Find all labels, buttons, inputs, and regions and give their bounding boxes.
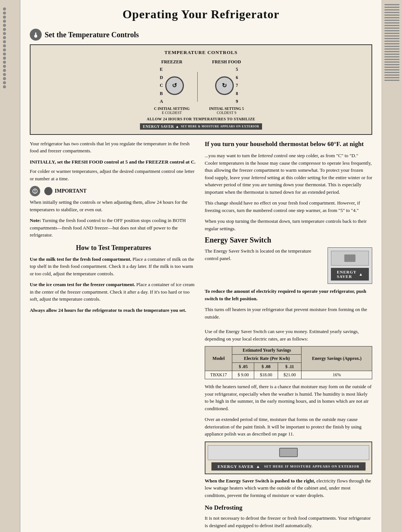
energy-saver-image-right: ENERGY SAVER ▲ SET HERE IF MOISTURE APPE… <box>205 441 372 474</box>
right-line <box>385 48 399 50</box>
table-v3: $21.00 <box>278 371 302 379</box>
table-row: TBXK17 $ 9.00 $18.00 $21.00 16% <box>205 371 372 379</box>
right-line <box>385 22 399 23</box>
right-line <box>385 59 399 60</box>
spine-dot <box>3 24 6 27</box>
if-you-turn-para1: ...you may want to turn the lettered con… <box>205 152 372 196</box>
spine-dot <box>3 81 6 84</box>
if-you-turn-para2: This change should have no effect on you… <box>205 199 372 214</box>
right-line <box>385 33 399 34</box>
how-to-test-title: How to Test Temperatures <box>30 244 197 252</box>
right-line <box>385 28 399 29</box>
freezer-label: FREEZER <box>161 59 182 65</box>
important-icon2 <box>44 187 52 195</box>
right-line <box>385 41 399 42</box>
reduce-electricity-bold: To reduce the amount of electricity requ… <box>205 288 366 301</box>
right-line <box>385 67 399 68</box>
energy-saver-bar-right[interactable]: ENERGY SAVER ▲ SET HERE IF MOISTURE APPE… <box>211 462 365 471</box>
right-line <box>385 38 399 39</box>
lettered-italic2: lettered <box>251 175 266 180</box>
energy-switch-bar[interactable]: ENERGY SAVER ▲ <box>331 268 369 281</box>
initially-bold: INITIALLY, set the FRESH FOOD control at… <box>30 158 197 166</box>
right-line <box>385 64 399 65</box>
right-line <box>385 30 399 31</box>
spine-dot <box>3 73 6 76</box>
important-section: IMPORTANT <box>30 186 197 196</box>
freezer-initial-label: C INITIAL SETTING <box>154 107 190 111</box>
spine-dot <box>3 44 6 47</box>
spine-binding <box>3 7 6 88</box>
table-pct: 16% <box>302 371 372 379</box>
always-allow-bold: Always allow 24 hours for the refrigerat… <box>30 307 186 313</box>
right-line <box>385 35 399 37</box>
spine-dot <box>3 12 6 15</box>
spine-dot <box>3 40 6 43</box>
heaters-off-text: This turns off heaters in your refrigera… <box>205 306 372 320</box>
spine-dot <box>3 77 6 80</box>
right-line <box>385 69 399 70</box>
intro-text: Your refrigerator has two controls that … <box>30 140 197 155</box>
spine-dot <box>3 57 6 60</box>
temp-controls-diagram: TEMPERATURE CONTROLS FREEZER EDCBA ↺ <box>30 44 372 135</box>
spine-dot <box>3 20 6 23</box>
table-model-header: Model <box>205 346 232 371</box>
left-spine <box>0 0 20 532</box>
energy-switch-section: The Energy Saver Switch is located on th… <box>205 247 372 284</box>
freezer-dial[interactable]: ↺ <box>165 76 184 95</box>
when-energy-bold: When the Energy Saver Switch is pushed t… <box>205 478 315 484</box>
svg-rect-4 <box>35 192 35 193</box>
right-line <box>385 9 399 10</box>
table-model-value: TBXK17 <box>205 371 232 379</box>
note-text: Note: Turning the fresh food control to … <box>30 217 197 239</box>
energy-bar-right-label: ENERGY SAVER <box>217 464 253 469</box>
ice-cream-test-text: Use the ice cream test for the freezer c… <box>30 281 197 303</box>
allow-stabilize-text: ALLOW 24 HOURS FOR TEMPERATURES TO STABI… <box>35 117 367 121</box>
right-line <box>385 12 399 13</box>
svg-rect-1 <box>35 32 36 36</box>
fresh-food-dial[interactable]: ↻ <box>215 76 234 95</box>
separator <box>197 72 198 102</box>
energy-saver-arrow: ▲ <box>175 124 179 129</box>
table-v1: $ 9.00 <box>232 371 254 379</box>
no-defrost-heading: No Defrosting <box>205 504 372 512</box>
reduce-electricity-text: To reduce the amount of electricity requ… <box>205 288 372 302</box>
when-energy-text: When the Energy Saver Switch is pushed t… <box>205 477 372 499</box>
energy-bar-right-sub: SET HERE IF MOISTURE APPEARS ON EXTERIOR <box>264 465 360 468</box>
freezer-coldest-label: E COLDEST <box>162 111 182 115</box>
important-label: IMPORTANT <box>55 188 87 194</box>
spine-dot <box>3 16 6 19</box>
spine-dot <box>3 32 6 35</box>
spine-dot <box>3 28 6 31</box>
important-icon <box>30 186 40 196</box>
spine-dot <box>3 36 6 39</box>
note-heading: Note: <box>30 218 41 223</box>
energy-switch-bar-label: ENERGY SAVER <box>337 270 357 279</box>
right-line <box>385 80 399 81</box>
if-you-turn-heading: If you turn your household thermostat be… <box>205 140 372 148</box>
main-content: Operating Your Refrigerator Set the Temp… <box>20 0 382 532</box>
savings-table: Model Estimated Yearly Savings Energy Sa… <box>205 346 372 379</box>
colder-warmer-text: For colder or warmer temperatures, adjus… <box>30 168 197 182</box>
milk-test-text: Use the milk test for the fresh food com… <box>30 256 197 278</box>
energy-saver-use-text: Use of the Energy Saver Switch can save … <box>205 328 372 342</box>
energy-switch-intro: The Energy Saver Switch is located on th… <box>205 247 324 262</box>
fresh-food-label: FRESH FOOD <box>212 59 241 65</box>
spine-dot <box>3 53 6 56</box>
spine-dot <box>3 7 6 10</box>
spine-dot <box>3 69 6 72</box>
right-line <box>385 54 399 55</box>
energy-saver-subtext: SET HERE & MOISTURE APPEARS ON EXTERIOR <box>181 125 259 128</box>
right-line <box>385 61 399 63</box>
table-rate-05: $ .05 <box>232 363 254 371</box>
important-text: When initially setting the controls or w… <box>30 199 197 213</box>
table-v2: $18.00 <box>254 371 278 379</box>
ice-cream-bold: Use the ice cream test for the freezer c… <box>30 282 135 287</box>
right-line <box>385 15 399 16</box>
energy-saver-diagram-bar[interactable]: ENERGY SAVER ▲ SET HERE & MOISTURE APPEA… <box>140 123 262 130</box>
table-rate-11: $ .11 <box>278 363 302 371</box>
right-line <box>385 7 399 8</box>
always-allow-text: Always allow 24 hours for the refrigerat… <box>30 307 197 314</box>
right-line <box>385 46 399 47</box>
freezer-letter-list: EDCBA <box>160 66 163 106</box>
energy-saver-bar-label: ENERGY SAVER <box>143 124 174 129</box>
